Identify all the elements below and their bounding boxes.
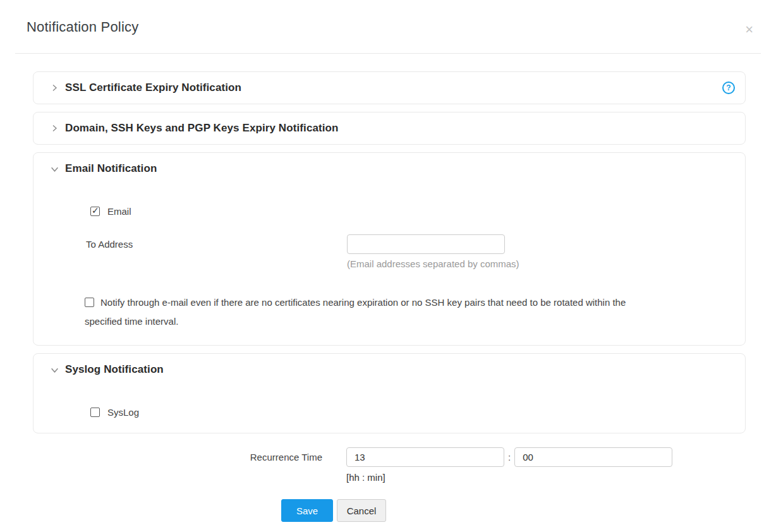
to-address-label: To Address [86, 234, 347, 269]
section-ssl-header[interactable]: SSL Certificate Expiry Notification ? [33, 72, 745, 104]
recurrence-time-row: Recurrence Time : [33, 447, 776, 467]
save-button[interactable]: Save [281, 499, 333, 522]
section-email-notification: Email Notification Email To Address (Ema… [33, 152, 746, 346]
to-address-input[interactable] [347, 234, 505, 254]
recurrence-hour-input[interactable] [346, 447, 504, 467]
notify-anyway-checkbox[interactable] [85, 298, 94, 307]
chevron-right-icon[interactable] [50, 83, 59, 92]
section-syslog-header[interactable]: Syslog Notification [33, 354, 745, 385]
section-title: Domain, SSH Keys and PGP Keys Expiry Not… [65, 122, 339, 135]
section-ssl-certificate-expiry: SSL Certificate Expiry Notification ? [33, 71, 746, 104]
email-checkbox[interactable] [90, 207, 100, 216]
notify-anyway-label[interactable]: Notify through e-mail even if there are … [85, 297, 626, 327]
section-domain-header[interactable]: Domain, SSH Keys and PGP Keys Expiry Not… [33, 112, 745, 144]
notification-policy-dialog: Notification Policy × SSL Certificate Ex… [0, 0, 776, 532]
chevron-down-icon[interactable] [50, 365, 59, 374]
close-icon[interactable]: × [745, 23, 753, 37]
recurrence-minute-input[interactable] [514, 447, 672, 467]
chevron-down-icon[interactable] [50, 164, 59, 173]
section-domain-ssh-pgp-expiry: Domain, SSH Keys and PGP Keys Expiry Not… [33, 112, 746, 145]
syslog-checkbox-row: SysLog [90, 407, 745, 418]
to-address-field-group: (Email addresses separated by commas) [347, 234, 519, 269]
to-address-row: To Address (Email addresses separated by… [86, 234, 745, 269]
cancel-button[interactable]: Cancel [337, 499, 386, 522]
syslog-checkbox[interactable] [90, 408, 100, 417]
dialog-content: SSL Certificate Expiry Notification ? Do… [33, 71, 746, 433]
to-address-hint: (Email addresses separated by commas) [347, 258, 519, 269]
section-email-header[interactable]: Email Notification [33, 153, 745, 184]
syslog-checkbox-label[interactable]: SysLog [107, 407, 139, 418]
section-title: SSL Certificate Expiry Notification [65, 82, 241, 94]
chevron-right-icon[interactable] [50, 124, 59, 133]
time-separator: : [508, 452, 511, 462]
recurrence-format-hint: [hh : min] [346, 472, 776, 483]
notify-anyway-checkbox-row[interactable]: Notify through e-mail even if there are … [85, 293, 629, 345]
dialog-header: Notification Policy × [0, 0, 776, 53]
action-buttons: Save Cancel [281, 499, 776, 522]
help-icon[interactable]: ? [722, 82, 735, 94]
recurrence-time-label: Recurrence Time [33, 452, 322, 462]
section-title: Syslog Notification [65, 363, 164, 376]
page-title: Notification Policy [27, 19, 761, 35]
section-syslog-notification: Syslog Notification SysLog [33, 353, 746, 433]
section-title: Email Notification [65, 162, 157, 175]
header-divider [15, 53, 761, 54]
email-checkbox-label[interactable]: Email [107, 206, 131, 217]
email-checkbox-row: Email [90, 206, 745, 217]
